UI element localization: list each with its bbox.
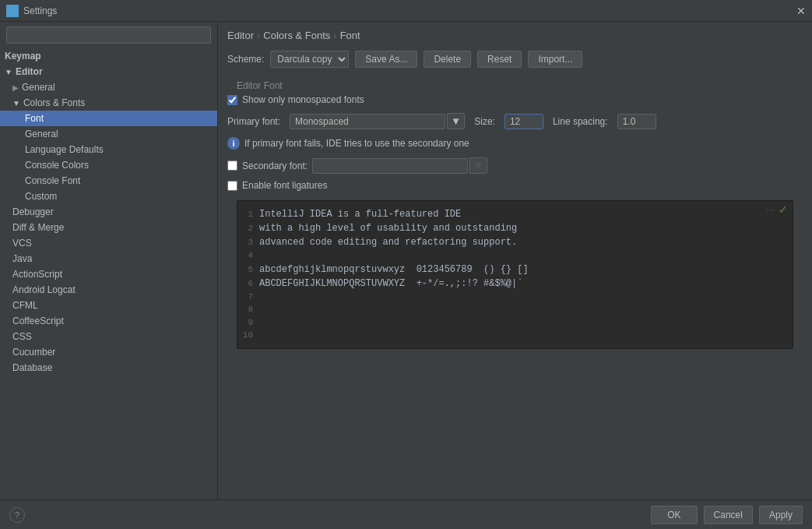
sidebar-item-editor[interactable]: ▼ Editor [0,64,217,79]
show-monospaced-checkbox[interactable] [227,95,237,105]
breadcrumb-separator2: › [333,30,336,41]
primary-font-dropdown[interactable]: ▼ [447,113,465,129]
title-bar-title: Settings [23,5,57,16]
sidebar-item-label: Diff & Merge [12,222,64,233]
primary-font-label: Primary font: [227,116,280,127]
bottom-left: ? [9,507,25,523]
info-icon: i [227,137,240,150]
sidebar-item-label: ActionScript [12,269,62,280]
sidebar-item-android-logcat[interactable]: Android Logcat [0,282,217,298]
secondary-font-checkbox[interactable] [227,160,237,171]
sidebar-item-language-defaults[interactable]: Language Defaults [0,142,217,157]
sidebar-item-label: Android Logcat [12,284,76,295]
ok-button[interactable]: OK [651,506,697,524]
sidebar-item-colors-fonts[interactable]: ▼ Colors & Fonts [0,95,217,111]
secondary-font-wrapper: ▼ [312,157,487,174]
sidebar-item-label: General [22,82,55,93]
sidebar-item-label: Language Defaults [25,144,104,155]
chevron-down-icon: ▼ [12,99,20,108]
apply-button[interactable]: Apply [759,506,803,524]
delete-button[interactable]: Delete [424,51,471,68]
sidebar-item-label: Custom [25,191,57,202]
sidebar-item-label: CoffeeScript [12,316,64,326]
import-button[interactable]: Import... [528,51,582,68]
sidebar-item-label: Database [12,362,52,373]
breadcrumb-part-colors-fonts: Colors & Fonts [263,30,330,41]
sidebar-item-console-font[interactable]: Console Font [0,173,217,189]
show-monospaced-row: Show only monospaced fonts [227,94,803,105]
chevron-down-icon: ▼ [5,68,12,76]
line-spacing-input[interactable] [617,114,656,129]
sidebar-item-label: Cucumber [12,347,55,358]
chevron-right-icon: ▶ [12,83,19,92]
preview-dots-icon: ··· [766,204,774,215]
reset-button[interactable]: Reset [477,51,522,68]
sidebar-item-diff-merge[interactable]: Diff & Merge [0,220,217,235]
sidebar-item-label: Java [12,253,32,264]
breadcrumb-part-font: Font [340,30,360,41]
sidebar-item-vcs[interactable]: VCS [0,235,217,251]
secondary-font-row: Secondary font: ▼ [227,157,803,174]
preview-code: 1 IntelliJ IDEA is a full-featured IDE 2… [237,201,793,348]
sidebar-item-css[interactable]: CSS [0,329,217,344]
sidebar-item-label: VCS [12,238,32,249]
bottom-bar: ? OK Cancel Apply [0,499,812,529]
scheme-row: Scheme: Darcula copy Save As... Delete R… [218,48,812,74]
info-row: i If primary font fails, IDE tries to us… [227,137,803,150]
checkmark-icon: ✓ [779,203,788,216]
secondary-font-label[interactable]: Secondary font: [242,160,308,171]
code-line-2: 2 with a high level of usability and out… [237,221,789,235]
sidebar-item-keymap[interactable]: Keymap [0,48,217,64]
code-line-9: 9 [237,316,789,330]
secondary-font-dropdown[interactable]: ▼ [469,157,487,174]
sidebar-item-actionscript[interactable]: ActionScript [0,266,217,282]
sidebar-item-label: Keymap [5,51,41,62]
code-line-7: 7 [237,291,789,304]
show-monospaced-label[interactable]: Show only monospaced fonts [242,94,364,105]
size-input[interactable] [504,114,543,129]
size-label: Size: [474,116,495,127]
save-as-button[interactable]: Save As... [355,51,417,68]
code-line-1: 1 IntelliJ IDEA is a full-featured IDE [237,207,789,221]
section-header: Editor Font [227,77,803,94]
sidebar-item-cfml[interactable]: CFML [0,298,217,313]
sidebar-item-coffeescript[interactable]: CoffeeScript [0,313,217,329]
enable-ligatures-checkbox[interactable] [227,181,237,191]
sidebar-item-label: CFML [12,300,38,311]
title-bar: Settings ✕ [0,0,812,22]
breadcrumb: Editor › Colors & Fonts › Font [218,22,812,48]
primary-font-input[interactable] [290,114,445,129]
title-bar-left: Settings [6,5,57,17]
cancel-button[interactable]: Cancel [704,506,753,524]
code-line-6: 6 ABCDEFGHIJKLMNOPQRSTUVWXYZ +-*/=.,;:!?… [237,277,789,291]
sidebar-item-label: Console Font [25,175,80,186]
secondary-font-input[interactable] [312,158,468,174]
sidebar-item-console-colors[interactable]: Console Colors [0,157,217,173]
sidebar-item-java[interactable]: Java [0,251,217,266]
sidebar-item-label: Editor [16,66,43,77]
sidebar-item-database[interactable]: Database [0,360,217,376]
sidebar-item-general2[interactable]: General [0,126,217,142]
sidebar-item-custom[interactable]: Custom [0,189,217,204]
sidebar-item-debugger[interactable]: Debugger [0,204,217,220]
sidebar-item-label: Console Colors [25,160,89,171]
sidebar-item-general[interactable]: ▶ General [0,79,217,95]
sidebar-item-cucumber[interactable]: Cucumber [0,344,217,360]
close-button[interactable]: ✕ [796,5,806,17]
sidebar-item-label: CSS [12,331,32,342]
primary-font-wrapper: ▼ [290,113,465,129]
app-icon [6,5,19,17]
sidebar-item-font[interactable]: Font [0,111,217,126]
preview-area: ··· ✓ 1 IntelliJ IDEA is a full-featured… [237,200,793,349]
breadcrumb-part-editor: Editor [227,30,254,41]
code-line-4: 4 [237,249,789,263]
content-area: Editor › Colors & Fonts › Font Scheme: D… [218,22,812,499]
scheme-select[interactable]: Darcula copy [270,51,349,68]
search-input[interactable] [6,26,211,44]
help-button[interactable]: ? [9,507,25,523]
breadcrumb-separator: › [257,30,260,41]
enable-ligatures-label[interactable]: Enable font ligatures [242,180,327,191]
sidebar-item-label: Colors & Fonts [23,97,85,108]
ligatures-row: Enable font ligatures [227,180,803,191]
sidebar-item-label: Debugger [12,206,54,217]
